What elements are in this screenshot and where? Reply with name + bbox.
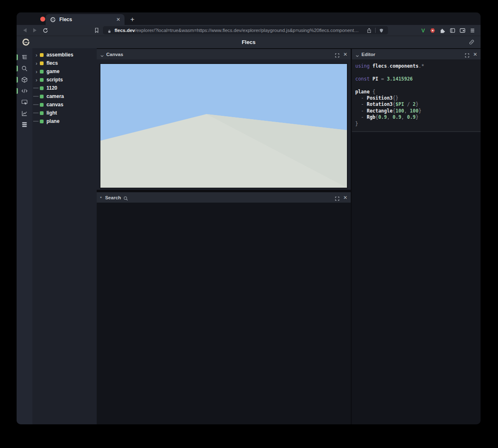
rail-item-inspect[interactable] <box>17 96 32 108</box>
tree-item-label: camera <box>46 93 64 99</box>
rail-item-rows[interactable] <box>17 119 32 130</box>
canvas-panel-header: Canvas ✕ <box>97 49 351 59</box>
expand-chevron-icon[interactable]: › <box>33 61 40 66</box>
rail-item-tree[interactable] <box>17 51 32 63</box>
search-icon <box>123 195 128 200</box>
editor-panel-header: Editor ✕ <box>352 49 481 59</box>
browser-extensions-area: V <box>421 25 476 36</box>
leaf-connector <box>33 88 40 88</box>
code-line: using flecs.components.* <box>355 63 481 69</box>
tab-close-icon[interactable]: ✕ <box>116 17 120 22</box>
entity-color-swatch <box>40 103 44 107</box>
tree-item-label: light <box>46 110 57 116</box>
expand-chevron-icon[interactable]: › <box>33 77 40 83</box>
leaf-connector <box>33 96 40 97</box>
share-icon[interactable] <box>366 27 372 33</box>
code-icon <box>21 88 28 94</box>
page-title: Flecs <box>242 39 255 45</box>
wallet-icon[interactable] <box>459 27 466 34</box>
screenshot-root: Flecs ✕ + flecs.dev /explorer/?local=tru… <box>0 0 498 448</box>
bullet-icon: • <box>100 195 102 201</box>
entity-tree-panel: ›assemblies›flecs›game›scripts1120camera… <box>32 48 97 424</box>
url-divider <box>375 28 376 33</box>
leaf-connector <box>33 104 40 105</box>
tree-item-flecs[interactable]: ›flecs <box>32 59 97 67</box>
entity-color-swatch <box>40 61 44 65</box>
expand-chevron-icon[interactable]: › <box>33 52 40 58</box>
rail-item-chart[interactable] <box>17 108 32 119</box>
tree-item-label: assemblies <box>46 52 73 58</box>
entity-color-swatch <box>40 86 44 90</box>
tree-item-game[interactable]: ›game <box>32 67 97 76</box>
red-extension-icon[interactable] <box>430 27 436 34</box>
flecs-logo-icon <box>22 38 30 47</box>
code-editor[interactable]: using flecs.components.* const PI = 3.14… <box>352 59 481 132</box>
browser-tab[interactable]: Flecs ✕ <box>46 14 124 25</box>
rail-item-search[interactable] <box>17 63 32 74</box>
url-host: flecs.dev <box>115 28 135 33</box>
tree-item-label: scripts <box>46 77 63 83</box>
code-line <box>355 69 481 76</box>
code-line: const PI = 3.1415926 <box>355 76 481 82</box>
code-line <box>355 82 481 88</box>
bookmark-icon[interactable] <box>94 27 100 33</box>
reload-icon[interactable] <box>42 27 49 34</box>
entity-color-swatch <box>40 120 44 123</box>
expand-icon[interactable] <box>335 52 339 56</box>
lock-icon <box>107 28 112 33</box>
tree-item-plane[interactable]: plane <box>32 117 97 125</box>
tree-item-camera[interactable]: camera <box>32 92 97 100</box>
chevron-down-icon[interactable] <box>100 52 104 56</box>
tree-item-scripts[interactable]: ›scripts <box>32 76 97 84</box>
tree-item-1120[interactable]: 1120 <box>32 84 97 92</box>
rail-item-code[interactable] <box>17 85 32 96</box>
new-tab-button[interactable]: + <box>127 14 138 25</box>
canvas-panel-body <box>97 59 351 190</box>
forward-button-icon[interactable] <box>33 28 37 32</box>
back-button-icon[interactable] <box>23 28 27 32</box>
tree-item-light[interactable]: light <box>32 109 97 117</box>
permalink-icon[interactable] <box>469 39 475 45</box>
url-bar[interactable]: flecs.dev /explorer/?local=true&wasm=htt… <box>103 26 388 34</box>
search-panel-header[interactable]: • Search ✕ <box>97 192 351 203</box>
active-indicator <box>17 88 18 94</box>
editor-panel-title: Editor <box>361 52 375 57</box>
menu-icon[interactable] <box>469 27 476 34</box>
tree-item-label: 1120 <box>46 85 57 91</box>
extensions-puzzle-icon[interactable] <box>439 27 446 34</box>
canvas-3d-viewport[interactable] <box>100 63 348 189</box>
close-icon[interactable]: ✕ <box>343 195 347 200</box>
search-panel-title: Search <box>105 195 121 200</box>
icon-rail <box>17 48 32 424</box>
close-icon[interactable]: ✕ <box>473 52 477 57</box>
browser-tab-bar: Flecs ✕ + <box>17 12 481 25</box>
chart-icon <box>21 110 28 117</box>
cube-icon <box>21 76 28 83</box>
entity-color-swatch <box>40 95 44 98</box>
close-icon[interactable]: ✕ <box>343 52 347 57</box>
rows-icon <box>21 121 28 128</box>
expand-icon[interactable] <box>465 52 469 56</box>
chevron-down-icon[interactable] <box>355 52 359 56</box>
active-indicator <box>17 77 18 83</box>
vue-devtools-extension-icon[interactable]: V <box>421 27 425 34</box>
code-line: - Rectangle{100, 100} <box>355 108 481 114</box>
expand-chevron-icon[interactable]: › <box>33 69 40 74</box>
app-content: ›assemblies›flecs›game›scripts1120camera… <box>17 48 481 424</box>
empty-area <box>97 203 351 424</box>
tree-item-canvas[interactable]: canvas <box>32 100 97 109</box>
entity-color-swatch <box>40 111 44 115</box>
tree-item-label: plane <box>46 118 59 124</box>
rail-item-cube[interactable] <box>17 74 32 85</box>
brave-shield-icon[interactable] <box>379 27 384 33</box>
active-indicator <box>17 66 18 71</box>
editor-column: Editor ✕ using flecs.components.* const … <box>352 48 481 424</box>
main-column: Canvas ✕ <box>97 48 351 424</box>
expand-icon[interactable] <box>335 195 339 200</box>
window-close-button[interactable] <box>40 17 45 22</box>
app-header: Flecs <box>17 36 481 48</box>
tree-item-assemblies[interactable]: ›assemblies <box>32 51 97 59</box>
sidebar-toggle-icon[interactable] <box>449 27 456 34</box>
flecs-favicon-icon <box>50 17 56 23</box>
code-line: plane { <box>355 89 481 95</box>
